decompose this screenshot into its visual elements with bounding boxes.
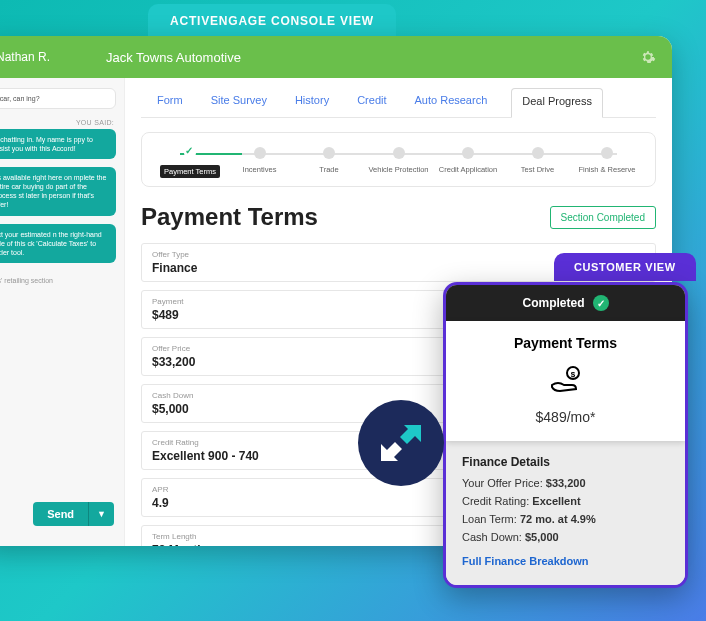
section-completed-badge: Section Completed <box>550 206 657 229</box>
send-dropdown-caret[interactable]: ▼ <box>88 502 114 526</box>
tab-auto-research[interactable]: Auto Research <box>411 88 492 117</box>
chat-outgoing-bubble: or chatting in. My name is ppy to assist… <box>0 129 116 159</box>
finance-line-cash: Cash Down: $5,000 <box>462 531 669 543</box>
svg-text:$: $ <box>570 370 575 379</box>
tab-credit[interactable]: Credit <box>353 88 390 117</box>
full-breakdown-link[interactable]: Full Finance Breakdown <box>462 555 589 567</box>
chat-column: this car, can ing? YOU SAID: or chatting… <box>0 78 125 546</box>
step-finish-reserve[interactable]: Finish & Reserve <box>575 147 639 178</box>
tab-site-survey[interactable]: Site Survey <box>207 88 271 117</box>
tab-form[interactable]: Form <box>153 88 187 117</box>
send-button[interactable]: Send <box>33 502 88 526</box>
finance-line-price: Your Offer Price: $33,200 <box>462 477 669 489</box>
console-header: Nathan R. Jack Towns Automotive <box>0 36 672 78</box>
completed-label: Completed <box>522 296 584 310</box>
step-incentives[interactable]: Incentives <box>228 147 292 178</box>
tab-history[interactable]: History <box>291 88 333 117</box>
customer-amount: $489/mo* <box>446 409 685 425</box>
console-view-tab: ACTIVENGAGE CONSOLE VIEW <box>148 4 396 38</box>
step-trade[interactable]: Trade <box>297 147 361 178</box>
section-title: Payment Terms <box>141 203 318 231</box>
header-org: Jack Towns Automotive <box>106 50 640 65</box>
tab-bar: Form Site Survey History Credit Auto Res… <box>141 78 656 118</box>
customer-section-title: Payment Terms <box>446 335 685 351</box>
check-icon: ✓ <box>593 295 609 311</box>
header-user: Nathan R. <box>0 50 106 64</box>
finance-line-credit: Credit Rating: Excellent <box>462 495 669 507</box>
gear-icon[interactable] <box>640 49 656 65</box>
you-said-label: YOU SAID: <box>0 119 114 126</box>
step-credit-application[interactable]: Credit Application <box>436 147 500 178</box>
chat-outgoing-bubble: ols available right here on mplete the e… <box>0 167 116 215</box>
finance-details-heading: Finance Details <box>462 455 669 469</box>
progress-stepper: Payment Terms Incentives Trade Vehicle P… <box>141 132 656 187</box>
swap-arrows-icon <box>358 400 444 486</box>
step-payment-terms[interactable]: Payment Terms <box>158 147 222 178</box>
customer-view-tab: CUSTOMER VIEW <box>554 253 696 281</box>
step-test-drive[interactable]: Test Drive <box>506 147 570 178</box>
chat-hint: Terms' retailing section <box>0 277 116 284</box>
money-hand-icon: $ <box>548 365 584 395</box>
customer-card: Completed ✓ Payment Terms $ $489/mo* Fin… <box>443 282 688 588</box>
step-vehicle-protection[interactable]: Vehicle Protection <box>367 147 431 178</box>
completed-bar: Completed ✓ <box>446 285 685 321</box>
chat-incoming-bubble: this car, can ing? <box>0 88 116 109</box>
finance-line-term: Loan Term: 72 mo. at 4.9% <box>462 513 669 525</box>
chat-outgoing-bubble: lect your estimated n the right-hand sid… <box>0 224 116 263</box>
tab-deal-progress[interactable]: Deal Progress <box>511 88 603 118</box>
